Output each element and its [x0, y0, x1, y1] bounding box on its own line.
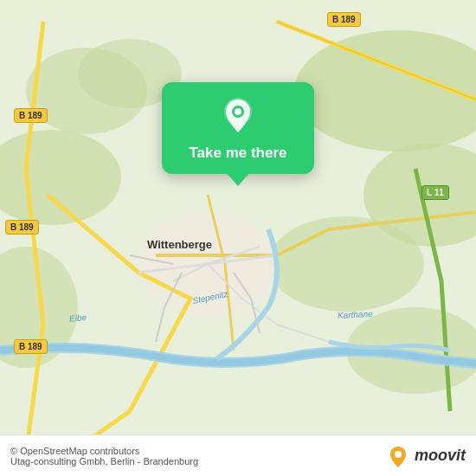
road-label-b189-mid-left: B 189 — [5, 220, 39, 235]
svg-point-12 — [235, 108, 241, 115]
road-label-b189-top: B 189 — [327, 12, 361, 27]
company-name: Utag-consulting Gmbh, Berlin - Brandenbu… — [10, 456, 198, 466]
attribution-text: © OpenStreetMap contributors — [10, 446, 139, 456]
moovit-logo: moovit — [389, 445, 466, 467]
popup-card[interactable]: Take me there — [162, 82, 314, 174]
road-label-b189-top-left: B 189 — [14, 108, 48, 123]
road-label-l11: L 11 — [421, 185, 449, 200]
river-label-karthane: Karthane — [338, 309, 373, 320]
river-label-elbe: Elbe — [69, 312, 87, 324]
svg-point-13 — [395, 451, 402, 458]
location-pin-icon — [219, 96, 257, 134]
map-container: B 189 B 189 B 189 B 189 L 11 Wittenberge… — [0, 0, 476, 476]
moovit-text: moovit — [415, 447, 466, 465]
attribution: © OpenStreetMap contributors Utag-consul… — [10, 446, 389, 466]
take-me-there-button[interactable]: Take me there — [189, 145, 286, 162]
bottom-bar: © OpenStreetMap contributors Utag-consul… — [0, 434, 476, 476]
road-label-b189-bottom-left: B 189 — [14, 339, 48, 354]
moovit-pin-icon — [389, 445, 408, 467]
svg-point-5 — [268, 216, 424, 312]
city-label: Wittenberge — [147, 238, 212, 251]
